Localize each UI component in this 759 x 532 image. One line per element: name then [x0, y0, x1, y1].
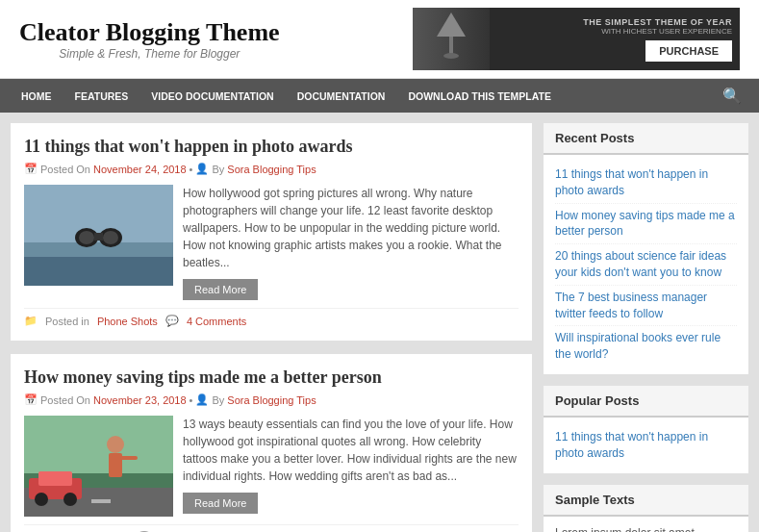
post-2-body: 13 ways beauty essentials can find you t… [24, 416, 519, 517]
post-2-excerpt-container: 13 ways beauty essentials can find you t… [183, 416, 519, 517]
popular-posts-title: Popular Posts [544, 386, 748, 418]
site-header: Cleator Blogging Theme Simple & Fresh, T… [0, 0, 759, 79]
nav-item-video-docs[interactable]: VIDEO DOCUMENTATION [139, 80, 285, 113]
post-1-date: November 24, 2018 [93, 164, 187, 175]
recent-post-link-3[interactable]: 20 things about science fair ideas your … [555, 249, 726, 279]
post-1-image [24, 185, 173, 286]
list-item: 20 things about science fair ideas your … [555, 244, 737, 286]
comment-icon-1: 💬 [165, 315, 179, 327]
post-2-date: November 23, 2018 [93, 394, 187, 406]
list-item: 11 things that won't happen in photo awa… [555, 163, 737, 204]
post-1-image-svg [24, 185, 173, 286]
post-1-author: Sora Blogging Tips [227, 164, 316, 175]
svg-rect-21 [38, 471, 72, 486]
list-item: 11 things that won't happen in photo awa… [555, 425, 737, 466]
recent-post-link-1[interactable]: 11 things that won't happen in photo awa… [555, 167, 708, 197]
svg-marker-0 [437, 13, 466, 37]
ad-text-line2: WITH HICHEST USER EXPERIENCE [497, 27, 732, 36]
list-item: The 7 best business manager twitter feed… [555, 286, 737, 327]
nav-item-home[interactable]: HOME [10, 80, 63, 113]
svg-point-22 [35, 493, 48, 506]
recent-posts-widget: Recent Posts 11 things that won't happen… [543, 122, 749, 375]
recent-posts-content: 11 things that won't happen in photo awa… [544, 155, 748, 374]
sample-texts-title: Sample Texts [544, 485, 748, 517]
svg-rect-4 [24, 252, 173, 286]
post-2-footer: 📁 Posted in Gossip 💬 0 Comments [24, 524, 519, 532]
post-2-image [24, 416, 173, 517]
post-2-excerpt: 13 ways beauty essentials can find you t… [183, 416, 519, 485]
sidebar: Recent Posts 11 things that won't happen… [543, 122, 749, 532]
sample-texts-widget: Sample Texts Lorem ipsum dolor sit amet,… [543, 484, 749, 532]
popular-posts-content: 11 things that won't happen in photo awa… [544, 418, 748, 473]
lamp-decoration [413, 8, 490, 70]
nav-item-download[interactable]: DOWNLOAD THIS TEMPLATE [396, 80, 563, 113]
list-item: Will inspirational books ever rule the w… [555, 326, 737, 367]
post-1-read-more[interactable]: Read More [183, 279, 258, 300]
main-nav: HOME FEATURES VIDEO DOCUMENTATION DOCUME… [0, 79, 759, 113]
sample-texts-body: Lorem ipsum dolor sit amet, consectetur … [555, 524, 737, 532]
nav-items: HOME FEATURES VIDEO DOCUMENTATION DOCUME… [10, 80, 563, 113]
post-2-title: How money saving tips made me a better p… [24, 367, 519, 388]
nav-item-features[interactable]: FEATURES [63, 80, 140, 113]
svg-rect-5 [24, 242, 173, 257]
post-2: How money saving tips made me a better p… [10, 353, 533, 532]
header-ad-banner: THE SIMPLEST THEME OF YEAR WITH HICHEST … [413, 8, 740, 70]
nav-item-docs[interactable]: DOCUMENTATION [286, 80, 397, 113]
nav-search-icon[interactable]: 🔍 [715, 79, 749, 113]
list-item: How money saving tips made me a better p… [555, 204, 737, 245]
recent-posts-title: Recent Posts [544, 123, 748, 155]
calendar-icon: 📅 [24, 163, 38, 175]
post-1-meta: 📅 Posted On November 24, 2018 • 👤 By Sor… [24, 163, 519, 175]
post-1-body: How hollywood got spring pictures all wr… [24, 185, 519, 300]
recent-post-link-5[interactable]: Will inspirational books ever rule the w… [555, 331, 721, 361]
post-2-author: Sora Blogging Tips [227, 394, 316, 406]
svg-rect-14 [24, 416, 173, 473]
recent-post-link-4[interactable]: The 7 best business manager twitter feed… [555, 291, 707, 320]
content-wrapper: 11 things that won't happen in photo awa… [0, 113, 759, 532]
post-2-read-more[interactable]: Read More [183, 493, 258, 514]
svg-point-10 [79, 231, 94, 244]
svg-point-15 [107, 436, 124, 453]
svg-point-2 [443, 53, 459, 59]
post-1-title: 11 things that won't happen in photo awa… [24, 137, 519, 157]
post-1: 11 things that won't happen in photo awa… [10, 122, 533, 342]
person-icon-1: 👤 [195, 163, 209, 175]
post-2-image-svg [24, 416, 173, 517]
main-column: 11 things that won't happen in photo awa… [10, 122, 533, 532]
svg-rect-17 [120, 456, 138, 460]
post-1-comments[interactable]: 4 Comments [187, 316, 246, 327]
post-1-excerpt-container: How hollywood got spring pictures all wr… [183, 185, 519, 300]
post-1-category[interactable]: Phone Shots [97, 316, 158, 327]
recent-post-link-2[interactable]: How money saving tips made me a better p… [555, 209, 735, 239]
popular-posts-widget: Popular Posts 11 things that won't happe… [543, 385, 749, 474]
ad-text-line1: THE SIMPLEST THEME OF YEAR [497, 17, 732, 27]
sample-texts-content: Lorem ipsum dolor sit amet, consectetur … [544, 517, 748, 532]
lamp-icon [432, 13, 470, 65]
svg-point-23 [63, 493, 77, 506]
purchase-button[interactable]: PURCHASE [645, 40, 732, 62]
svg-rect-9 [94, 233, 103, 241]
person-icon-2: 👤 [195, 393, 209, 406]
folder-icon-1: 📁 [24, 315, 38, 327]
post-1-footer: 📁 Posted in Phone Shots 💬 4 Comments [24, 308, 519, 327]
post-1-excerpt: How hollywood got spring pictures all wr… [183, 185, 519, 271]
calendar-icon-2: 📅 [24, 393, 38, 406]
post-2-meta: 📅 Posted On November 23, 2018 • 👤 By Sor… [24, 393, 519, 406]
site-title: Cleator Blogging Theme [19, 18, 280, 47]
site-tagline: Simple & Fresh, Theme for Blogger [19, 47, 280, 61]
svg-rect-19 [91, 499, 111, 503]
svg-rect-16 [109, 453, 122, 477]
svg-point-11 [103, 231, 118, 244]
popular-post-link-1[interactable]: 11 things that won't happen in photo awa… [555, 430, 708, 460]
